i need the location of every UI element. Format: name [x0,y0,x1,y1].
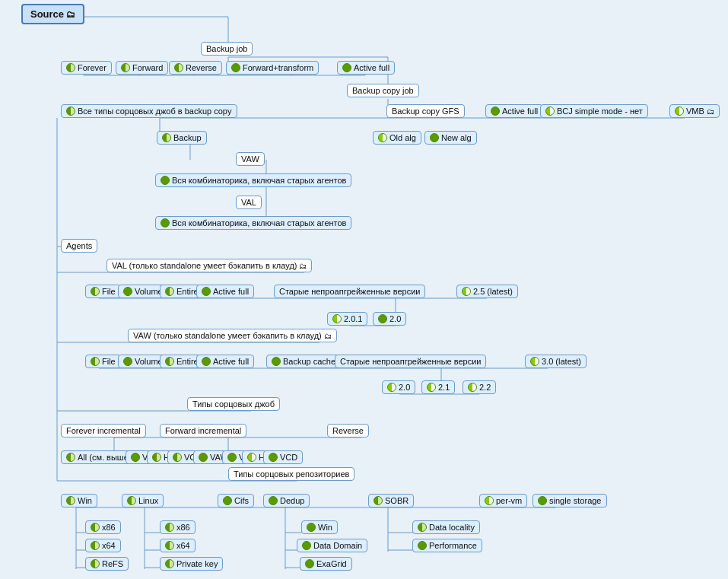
reverse-node[interactable]: Reverse [169,61,222,75]
x64-1-node[interactable]: x64 [85,539,121,552]
per-vm-node[interactable]: per-vm [479,494,527,507]
types-source-jobs-node[interactable]: Типы сорцовых джоб [187,397,280,411]
old-versions2-node[interactable]: Старые непроапгрейженные версии [335,355,486,368]
val-standalone-node[interactable]: VAL (только standalone умеет бэкапить в … [106,259,312,272]
backup-copy-job-node[interactable]: Backup copy job [347,84,419,97]
backup-copy-gfs-node[interactable]: Backup copy GFS [386,104,465,118]
bcj-simple-node[interactable]: BCJ simple mode - нет [540,104,648,118]
file2-label: File [102,357,116,366]
active-full3-icon [202,287,211,296]
source-icon: 🗂 [66,9,75,20]
old-versions1-label: Старые непроапгрейженные версии [279,287,420,296]
file1-node[interactable]: File [85,285,121,298]
old-alg-node[interactable]: Old alg [373,131,421,145]
data-domain-node[interactable]: Data Domain [297,539,367,552]
backup-node[interactable]: Backup [157,131,207,145]
performance-node[interactable]: Performance [412,539,482,552]
refs-node[interactable]: ReFS [85,557,129,571]
active-full2-node[interactable]: Active full [485,104,543,118]
dedup-node[interactable]: Dedup [263,494,310,507]
all-types-icon [66,107,75,116]
active-full-icon [342,63,351,72]
v22-node[interactable]: 2.2 [463,380,496,394]
cifs-label: Cifs [234,496,249,505]
active-full3-node[interactable]: Active full [196,285,254,298]
vmb-label: VMB [686,107,704,116]
forward-inc-label: Forward incremental [165,426,241,435]
x86-2-node[interactable]: x86 [160,520,196,534]
reverse2-node[interactable]: Reverse [327,424,369,437]
v201-label: 2.0.1 [344,314,362,323]
v21-icon [427,383,436,392]
val-node[interactable]: VAL [236,196,262,209]
win2-node[interactable]: Win [301,520,338,534]
private-key-label: Private key [176,559,218,568]
vaw2-icon [199,453,208,462]
backup-copy-job-label: Backup copy job [352,86,414,95]
active-full3-label: Active full [213,287,249,296]
combo-vaw-node[interactable]: Вся комбинаторика, включая старых агенто… [155,173,351,187]
entire2-label: Entire [176,357,199,366]
data-locality-icon [418,523,427,532]
forever-node[interactable]: Forever [61,61,112,75]
v201-node[interactable]: 2.0.1 [327,312,367,326]
linux-node[interactable]: Linux [122,494,164,507]
forever-inc-node[interactable]: Forever incremental [61,424,146,437]
data-locality-label: Data locality [429,523,475,532]
forever-icon [66,63,75,72]
all-types-node[interactable]: Все типы сорцовых джоб в backup copy [61,104,237,118]
sobr-node[interactable]: SOBR [368,494,414,507]
old-versions1-node[interactable]: Старые непроапгрейженные версии [274,285,425,298]
v20a-node[interactable]: 2.0 [373,312,406,326]
vcd2-label: VCD [280,453,297,462]
private-key-icon [165,559,174,568]
entire1-icon [165,287,174,296]
x86-1-icon [91,523,100,532]
active-full-node[interactable]: Active full [337,61,395,75]
new-alg-node[interactable]: New alg [424,131,477,145]
v25-node[interactable]: 2.5 (latest) [456,285,518,298]
sobr-label: SOBR [385,496,409,505]
v21-node[interactable]: 2.1 [421,380,455,394]
exa-grid-node[interactable]: ExaGrid [300,557,352,571]
agents-node[interactable]: Agents [61,239,97,253]
refs-icon [91,559,100,568]
v30-node[interactable]: 3.0 (latest) [525,355,587,368]
private-key-node[interactable]: Private key [160,557,223,571]
vaw-node[interactable]: VAW [236,152,265,166]
performance-icon [418,541,427,550]
forward-node[interactable]: Forward [116,61,168,75]
x64-2-label: x64 [176,541,190,550]
vmb-db-icon: 🗂 [707,107,714,116]
data-domain-label: Data Domain [313,541,362,550]
source-node[interactable]: Source 🗂 [21,4,84,24]
backup-job-node[interactable]: Backup job [201,42,253,56]
x86-1-node[interactable]: x86 [85,520,121,534]
backup-label: Backup [173,133,202,142]
combo-vaw-icon [161,176,170,185]
entire2-icon [165,357,174,366]
active-full4-label: Active full [213,357,249,366]
data-locality-node[interactable]: Data locality [412,520,480,534]
vmb-node[interactable]: VMB 🗂 [669,104,720,118]
active-full4-node[interactable]: Active full [196,355,254,368]
backup-cache-label: Backup cache [283,357,335,366]
backup-cache-node[interactable]: Backup cache [266,355,341,368]
win-node[interactable]: Win [61,494,97,507]
forward-inc-node[interactable]: Forward incremental [160,424,246,437]
cifs-node[interactable]: Cifs [218,494,254,507]
x64-2-node[interactable]: x64 [160,539,196,552]
file2-node[interactable]: File [85,355,121,368]
win-label: Win [78,496,92,505]
v201-icon [332,314,342,323]
single-storage-node[interactable]: single storage [532,494,607,507]
combo-val-node[interactable]: Вся комбинаторика, включая старых агенто… [155,216,351,230]
types-repos-node[interactable]: Типы сорцовых репозиториев [228,467,354,481]
v20b-node[interactable]: 2.0 [382,380,415,394]
forward-transform-node[interactable]: Forward+transform [226,61,319,75]
val-standalone-label: VAL (только standalone умеет бэкапить в … [112,261,297,270]
vaw-standalone-node[interactable]: VAW (только standalone умеет бэкапить в … [128,329,337,342]
vcd2-node[interactable]: VCD [263,450,303,464]
v20b-label: 2.0 [399,383,410,392]
backup-copy-gfs-label: Backup copy GFS [392,107,459,116]
